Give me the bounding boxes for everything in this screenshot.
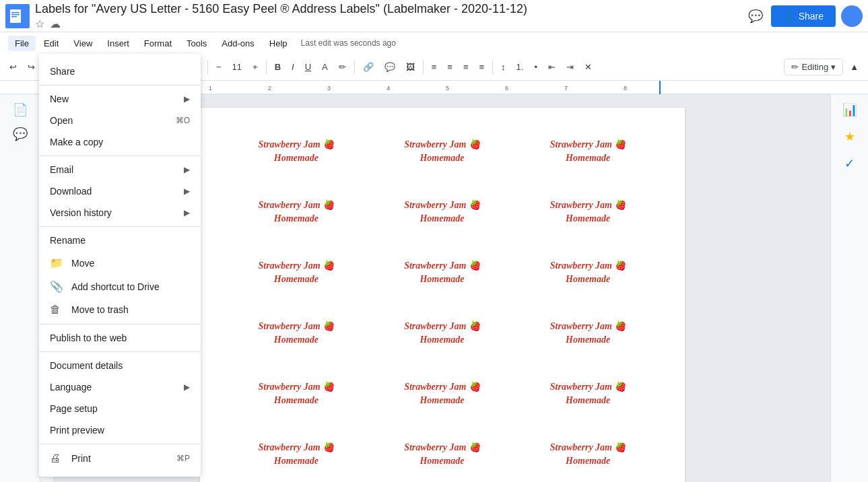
menu-section-email: Email ▶ Download ▶ Version history ▶ bbox=[39, 156, 201, 226]
menu-insert[interactable]: Insert bbox=[100, 36, 136, 51]
svg-text:5: 5 bbox=[446, 85, 449, 92]
version-arrow: ▶ bbox=[184, 208, 190, 217]
text-color-button[interactable]: A bbox=[318, 59, 332, 75]
align-right-button[interactable]: ≡ bbox=[459, 59, 473, 75]
email-arrow: ▶ bbox=[184, 165, 190, 174]
label-line1: Strawberry Jam 🍓 bbox=[404, 199, 480, 212]
menu-edit[interactable]: Edit bbox=[37, 36, 65, 51]
label-line2: Homemade bbox=[420, 454, 464, 468]
label-line2: Homemade bbox=[274, 454, 319, 468]
highlight-button[interactable]: ✏ bbox=[335, 59, 350, 75]
sidebar-comments-icon[interactable]: 💬 bbox=[10, 124, 30, 144]
increase-indent-button[interactable]: ⇥ bbox=[562, 59, 578, 75]
menu-download[interactable]: Download ▶ bbox=[39, 180, 201, 202]
align-center-button[interactable]: ≡ bbox=[443, 59, 457, 75]
menu-rename[interactable]: Rename bbox=[39, 230, 201, 251]
svg-rect-3 bbox=[11, 14, 20, 15]
label-line1: Strawberry Jam 🍓 bbox=[550, 199, 626, 212]
font-size-decrease[interactable]: − bbox=[212, 59, 226, 75]
menu-bar: File Edit View Insert Format Tools Add-o… bbox=[0, 32, 868, 54]
clear-format-button[interactable]: ✕ bbox=[580, 59, 596, 75]
menu-format[interactable]: Format bbox=[137, 36, 178, 51]
align-justify-button[interactable]: ≡ bbox=[475, 59, 489, 75]
undo-button[interactable]: ↩ bbox=[5, 59, 21, 75]
sep4 bbox=[266, 61, 267, 74]
line-spacing-button[interactable]: ↕ bbox=[497, 59, 510, 75]
redo-button[interactable]: ↪ bbox=[24, 59, 39, 75]
menu-tools[interactable]: Tools bbox=[180, 36, 213, 51]
image-button[interactable]: 🖼 bbox=[402, 59, 419, 75]
menu-share[interactable]: Share bbox=[39, 61, 201, 82]
menu-section-print: 🖨 Print ⌘P bbox=[39, 444, 201, 473]
label-line2: Homemade bbox=[274, 212, 319, 226]
share-button[interactable]: 👤 Share bbox=[771, 5, 836, 27]
doc-title[interactable]: Labels for "Avery US Letter - 5160 Easy … bbox=[35, 2, 745, 16]
label-line2: Homemade bbox=[274, 333, 319, 347]
menu-page-setup[interactable]: Page setup bbox=[39, 398, 201, 419]
link-button[interactable]: 🔗 bbox=[359, 59, 378, 75]
sidebar-docs-icon[interactable]: 📄 bbox=[10, 100, 30, 120]
font-size-increase[interactable]: + bbox=[248, 59, 262, 75]
label-cell: Strawberry Jam 🍓Homemade bbox=[372, 249, 512, 296]
svg-text:3: 3 bbox=[327, 85, 331, 92]
sheets-icon[interactable]: 📊 bbox=[840, 100, 860, 120]
label-line1: Strawberry Jam 🍓 bbox=[404, 259, 480, 273]
open-shortcut: ⌘O bbox=[176, 116, 190, 125]
avatar[interactable] bbox=[841, 5, 863, 27]
menu-print-preview[interactable]: Print preview bbox=[39, 419, 201, 441]
menu-open[interactable]: Open ⌘O bbox=[39, 110, 201, 131]
cloud-icon[interactable]: ☁ bbox=[50, 18, 61, 30]
align-left-button[interactable]: ≡ bbox=[428, 59, 441, 75]
bold-button[interactable]: B bbox=[271, 59, 285, 75]
menu-view[interactable]: View bbox=[67, 36, 99, 51]
label-cell: Strawberry Jam 🍓Homemade bbox=[519, 128, 658, 175]
label-cell: Strawberry Jam 🍓Homemade bbox=[227, 188, 366, 236]
menu-make-copy[interactable]: Make a copy bbox=[39, 131, 201, 153]
menu-move[interactable]: 📁 Move bbox=[39, 251, 201, 275]
menu-move-trash[interactable]: 🗑 Move to trash bbox=[39, 298, 201, 321]
label-line2: Homemade bbox=[420, 333, 464, 347]
menu-file[interactable]: File bbox=[8, 36, 36, 51]
label-cell: Strawberry Jam 🍓Homemade bbox=[227, 310, 366, 357]
menu-language[interactable]: Language ▶ bbox=[39, 376, 201, 398]
title-icons: ☆ ☁ bbox=[35, 18, 745, 30]
star-sidebar-icon[interactable]: ★ bbox=[842, 127, 858, 147]
menu-section-new: New ▶ Open ⌘O Make a copy bbox=[39, 85, 201, 156]
menu-doc-details[interactable]: Document details bbox=[39, 355, 201, 376]
decrease-indent-button[interactable]: ⇤ bbox=[544, 59, 560, 75]
comment-button[interactable]: 💬 bbox=[380, 59, 399, 75]
bullet-list-button[interactable]: • bbox=[530, 59, 541, 75]
check-circle-icon[interactable]: ✓ bbox=[842, 153, 857, 174]
sidebar-right: 📊 ★ ✓ bbox=[830, 94, 868, 482]
editing-button[interactable]: ✏ Editing ▾ bbox=[784, 59, 843, 75]
star-icon[interactable]: ☆ bbox=[35, 18, 44, 30]
menu-help[interactable]: Help bbox=[263, 36, 294, 51]
label-line2: Homemade bbox=[274, 151, 319, 165]
labels-grid: Strawberry Jam 🍓HomemadeStrawberry Jam 🍓… bbox=[227, 121, 658, 482]
sep5 bbox=[354, 61, 355, 74]
top-right: 💬 👤 Share bbox=[745, 5, 863, 27]
menu-new[interactable]: New ▶ bbox=[39, 88, 201, 110]
menu-section-share: Share bbox=[39, 58, 201, 85]
comments-button[interactable]: 💬 bbox=[745, 6, 766, 26]
underline-button[interactable]: U bbox=[301, 59, 315, 75]
menu-addons[interactable]: Add-ons bbox=[215, 36, 261, 51]
label-line2: Homemade bbox=[420, 394, 464, 407]
svg-text:4: 4 bbox=[387, 85, 390, 92]
menu-add-shortcut[interactable]: 📎 Add shortcut to Drive bbox=[39, 275, 201, 298]
folder-icon: 📁 bbox=[50, 256, 63, 269]
menu-version-history[interactable]: Version history ▶ bbox=[39, 202, 201, 223]
svg-text:8: 8 bbox=[624, 85, 627, 92]
font-size-value[interactable]: 11 bbox=[228, 59, 246, 75]
collapse-button[interactable]: ▲ bbox=[846, 59, 863, 75]
label-cell: Strawberry Jam 🍓Homemade bbox=[519, 310, 658, 357]
menu-publish[interactable]: Publish to the web bbox=[39, 327, 201, 349]
menu-email[interactable]: Email ▶ bbox=[39, 159, 201, 180]
label-cell: Strawberry Jam 🍓Homemade bbox=[372, 128, 512, 175]
menu-print[interactable]: 🖨 Print ⌘P bbox=[39, 447, 201, 470]
label-cell: Strawberry Jam 🍓Homemade bbox=[227, 249, 366, 296]
label-cell: Strawberry Jam 🍓Homemade bbox=[519, 188, 658, 236]
italic-button[interactable]: I bbox=[288, 59, 298, 75]
numbered-list-button[interactable]: 1. bbox=[512, 59, 528, 75]
label-line1: Strawberry Jam 🍓 bbox=[404, 441, 480, 454]
